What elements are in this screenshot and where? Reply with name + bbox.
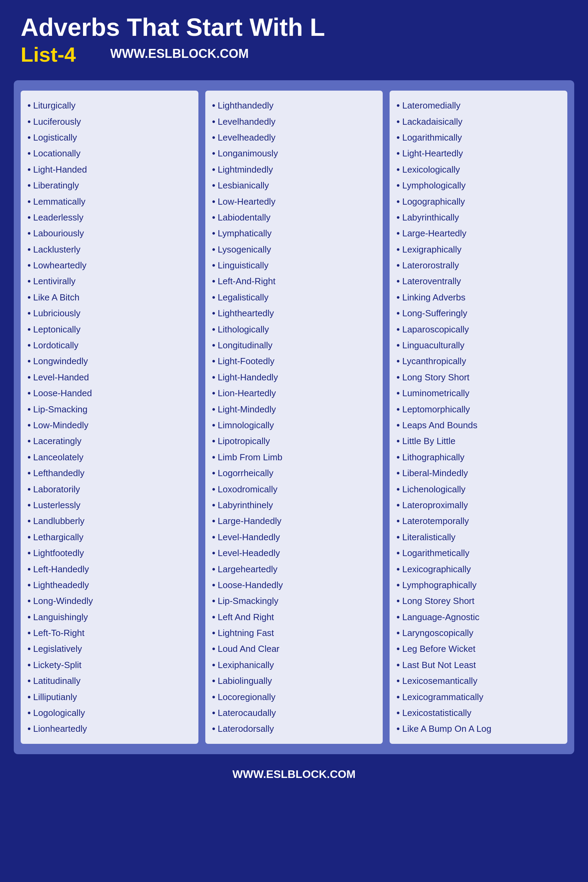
list-item: Lateroventrally bbox=[396, 273, 564, 289]
list-item: Lanceolately bbox=[27, 449, 195, 465]
list-item: Leptomorphically bbox=[396, 401, 564, 417]
list-item: Loxodromically bbox=[212, 481, 380, 497]
list-item: Level-Handed bbox=[27, 369, 195, 385]
list-item: Little By Little bbox=[396, 433, 564, 449]
column-1: LiturgicallyLuciferouslyLogisticallyLoca… bbox=[21, 91, 198, 744]
list-item: Lexicogrammatically bbox=[396, 689, 564, 705]
list-item: Long-Windedly bbox=[27, 593, 195, 609]
list-item: Laboratorily bbox=[27, 481, 195, 497]
list-item: Lordotically bbox=[27, 337, 195, 353]
list-item: Lethargically bbox=[27, 529, 195, 545]
list-item: Luminometrically bbox=[396, 385, 564, 401]
list-item: Labiolingually bbox=[212, 673, 380, 689]
list-item: Last But Not Least bbox=[396, 657, 564, 673]
list-item: Light-Footedly bbox=[212, 353, 380, 369]
header-website: WWW.ESLBLOCK.COM bbox=[110, 46, 249, 61]
column-3: LateromediallyLackadaisicallyLogarithmic… bbox=[390, 91, 567, 744]
list-item: Large-Heartedly bbox=[396, 225, 564, 241]
list-item: Lightheadedly bbox=[27, 577, 195, 593]
list-item: Leaderlessly bbox=[27, 210, 195, 225]
list-item: Laterorostrally bbox=[396, 257, 564, 273]
list-item: Levelheadedly bbox=[212, 129, 380, 146]
list-item: Lilliputianly bbox=[27, 689, 195, 705]
list-item: Linking Adverbs bbox=[396, 290, 564, 305]
list-item: Lycanthropically bbox=[396, 353, 564, 369]
list-item: Longanimously bbox=[212, 146, 380, 161]
list-item: Lexicographically bbox=[396, 561, 564, 577]
list-label: List-4 bbox=[21, 43, 76, 66]
list-item: Legalistically bbox=[212, 290, 380, 305]
footer-website: WWW.ESLBLOCK.COM bbox=[232, 768, 356, 780]
list-item: Loose-Handed bbox=[27, 385, 195, 401]
list-item: Longitudinally bbox=[212, 337, 380, 353]
list-item: Labyrinthically bbox=[396, 210, 564, 225]
list-item: Lymphologically bbox=[396, 177, 564, 193]
list-item: Leg Before Wicket bbox=[396, 641, 564, 657]
list-item: Linguaculturally bbox=[396, 337, 564, 353]
list-item: Lateroproximally bbox=[396, 497, 564, 513]
list-item: Level-Handedly bbox=[212, 529, 380, 545]
list-item: Lightheartedly bbox=[212, 305, 380, 321]
page-footer: WWW.ESLBLOCK.COM bbox=[0, 761, 588, 788]
list-item: Loose-Handedly bbox=[212, 577, 380, 593]
list-item: Linguistically bbox=[212, 257, 380, 273]
list-item: Left-And-Right bbox=[212, 273, 380, 289]
list-item: Lysogenically bbox=[212, 242, 380, 257]
list-item: Lexigraphically bbox=[396, 242, 564, 257]
content-area: LiturgicallyLuciferouslyLogisticallyLoca… bbox=[14, 80, 574, 754]
list-item: Lemmatically bbox=[27, 194, 195, 210]
list-item: Like A Bump On A Log bbox=[396, 721, 564, 736]
list-item: Lithologically bbox=[212, 321, 380, 337]
list-item: Light-Handedly bbox=[212, 369, 380, 385]
list-item: Labiodentally bbox=[212, 210, 380, 225]
list-item: Labyrinthinely bbox=[212, 497, 380, 513]
list-item: Left And Right bbox=[212, 609, 380, 625]
list-item: Lexicosemantically bbox=[396, 673, 564, 689]
list-item: Logistically bbox=[27, 129, 195, 146]
list-item: Lacklusterly bbox=[27, 242, 195, 257]
list-item: Limb From Limb bbox=[212, 449, 380, 465]
list-item: Liturgically bbox=[27, 98, 195, 113]
list-item: Level-Headedly bbox=[212, 545, 380, 561]
list-item: Long Storey Short bbox=[396, 593, 564, 609]
list-item: Long-Sufferingly bbox=[396, 305, 564, 321]
list-item: Logarithmetically bbox=[396, 545, 564, 561]
page-header: Adverbs That Start With L List-4 WWW.ESL… bbox=[0, 0, 588, 74]
list-item: Limnologically bbox=[212, 417, 380, 433]
list-item: Lentivirally bbox=[27, 273, 195, 289]
list-item: Long Story Short bbox=[396, 369, 564, 385]
list-item: Left-Handedly bbox=[27, 561, 195, 577]
list-item: Lightfootedly bbox=[27, 545, 195, 561]
list-item: Luciferously bbox=[27, 114, 195, 129]
list-item: Lexicologically bbox=[396, 162, 564, 177]
list-item: Lion-Heartedly bbox=[212, 385, 380, 401]
list-item: Locoregionally bbox=[212, 689, 380, 705]
list-item: Lipotropically bbox=[212, 433, 380, 449]
list-item: Language-Agnostic bbox=[396, 609, 564, 625]
list-item: Laterotemporally bbox=[396, 513, 564, 529]
column-2-list: LighthandedlyLevelhandedlyLevelheadedlyL… bbox=[212, 98, 380, 737]
list-item: Light-Handed bbox=[27, 162, 195, 177]
list-item: Low-Mindedly bbox=[27, 417, 195, 433]
list-item: Largeheartedly bbox=[212, 561, 380, 577]
list-item: Laterocaudally bbox=[212, 705, 380, 721]
list-item: Levelhandedly bbox=[212, 114, 380, 129]
list-item: Lionheartedly bbox=[27, 721, 195, 736]
list-item: Liberal-Mindedly bbox=[396, 465, 564, 481]
list-item: Laceratingly bbox=[27, 433, 195, 449]
list-item: Loud And Clear bbox=[212, 641, 380, 657]
list-item: Lightning Fast bbox=[212, 625, 380, 641]
list-item: Laparoscopically bbox=[396, 321, 564, 337]
list-item: Latitudinally bbox=[27, 673, 195, 689]
list-item: Lesbianically bbox=[212, 177, 380, 193]
page-title: Adverbs That Start With L bbox=[21, 14, 567, 41]
list-item: Light-Heartedly bbox=[396, 146, 564, 161]
list-item: Laryngoscopically bbox=[396, 625, 564, 641]
list-item: Lymphatically bbox=[212, 225, 380, 241]
list-item: Liberatingly bbox=[27, 177, 195, 193]
list-item: Laterodorsally bbox=[212, 721, 380, 736]
list-item: Lickety-Split bbox=[27, 657, 195, 673]
list-item: Leaps And Bounds bbox=[396, 417, 564, 433]
column-1-list: LiturgicallyLuciferouslyLogisticallyLoca… bbox=[27, 98, 195, 737]
list-item: Logographically bbox=[396, 194, 564, 210]
